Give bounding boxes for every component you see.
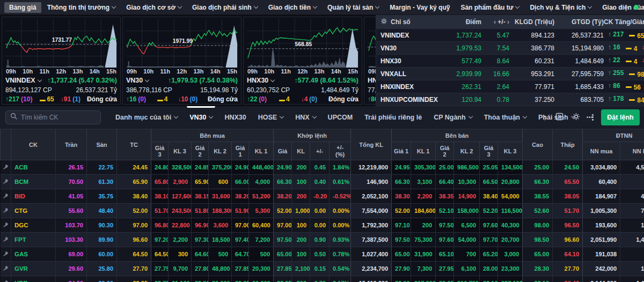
sell-cell-1[interactable]: 97.10 xyxy=(392,218,411,233)
buy-cell-5[interactable]: 24.90 xyxy=(232,160,249,175)
match-cell-4[interactable]: 0.00% xyxy=(330,204,351,218)
match-cell-4[interactable]: 0.61% xyxy=(330,175,351,189)
col-cao[interactable]: Cao xyxy=(523,129,553,160)
sell-cell-6[interactable]: 40,300 xyxy=(498,218,523,233)
sell-cell-4[interactable]: 10,300 xyxy=(454,175,480,189)
sell-cell-3[interactable]: 25.00 xyxy=(436,160,454,175)
pin-icon[interactable] xyxy=(1,204,11,218)
symbol-cell[interactable]: HDB xyxy=(11,276,56,282)
tab-tr-i-phi-u-ri-ng-l-[interactable]: Trái phiếu riêng lẻ xyxy=(358,106,428,129)
match-cell-3[interactable]: -0.20 xyxy=(310,189,330,204)
buy-cell-1[interactable]: 27.75 xyxy=(151,262,169,276)
sell-cell-5[interactable]: 33.10 xyxy=(480,276,498,282)
upload-icon[interactable]: ↑ xyxy=(543,113,547,121)
match-cell-4[interactable]: -0.52% xyxy=(330,189,351,204)
index-name-dropdown[interactable]: VNINDEX xyxy=(5,77,41,84)
match-cell-3[interactable]: 0.50 xyxy=(310,247,330,262)
gear-icon[interactable] xyxy=(380,18,387,26)
sell-cell-6[interactable]: 54,000 xyxy=(498,189,523,204)
buy-cell-6[interactable]: 5,300 xyxy=(249,204,274,218)
buy-cell-4[interactable]: 31,600 xyxy=(209,189,232,204)
match-cell-1[interactable]: 24.90 xyxy=(274,160,292,175)
tab-vn30[interactable]: VN30 xyxy=(184,106,218,129)
sell-cell-2[interactable]: 31,900 xyxy=(411,247,436,262)
buy-cell-2[interactable]: 2,200 xyxy=(169,233,192,247)
sell-cell-4[interactable]: 986,500 xyxy=(454,160,480,175)
col-ck[interactable]: CK xyxy=(11,129,56,160)
sell-cell-3[interactable]: 97.50 xyxy=(436,218,454,233)
col-match-chgpct[interactable]: +/- (%) xyxy=(330,142,351,160)
symbol-cell[interactable]: ACB xyxy=(11,160,56,175)
symbol-cell[interactable]: CTG xyxy=(11,204,56,218)
buy-cell-1[interactable]: 32.75 xyxy=(151,276,169,282)
sell-cell-3[interactable]: 66.40 xyxy=(436,175,454,189)
pin-icon[interactable] xyxy=(1,247,11,262)
buy-cell-6[interactable]: 60,400 xyxy=(249,218,274,233)
col-tc[interactable]: TC xyxy=(117,129,151,160)
col-sell-kl3[interactable]: KL 3 xyxy=(498,142,523,160)
match-cell-3[interactable]: 0.00 xyxy=(310,218,330,233)
sell-cell-2[interactable]: 217,900 xyxy=(411,276,436,282)
symbol-cell[interactable]: BCM xyxy=(11,175,56,189)
col-match-kl[interactable]: KL xyxy=(292,142,310,160)
buy-cell-1[interactable]: 51.70 xyxy=(151,204,169,218)
buy-cell-4[interactable]: 188,300 xyxy=(209,204,232,218)
tab-upcom[interactable]: UPCOM xyxy=(322,106,359,129)
sell-cell-6[interactable]: 3,000 xyxy=(498,247,523,262)
col-nn-ban[interactable]: NN bán xyxy=(620,142,644,160)
sell-cell-2[interactable]: 3,100 xyxy=(411,175,436,189)
sell-cell-3[interactable]: 65.10 xyxy=(436,247,454,262)
index-row-HNXINDEX[interactable]: HNXINDEX262.312.6477.9711,685.433↑ 8656↓… xyxy=(376,80,644,93)
buy-cell-3[interactable]: 24.85 xyxy=(192,160,209,175)
sell-cell-5[interactable]: 65.20 xyxy=(480,247,498,262)
sell-cell-5[interactable]: 97.60 xyxy=(480,218,498,233)
buy-cell-2[interactable]: 243,500 xyxy=(169,204,192,218)
sell-cell-2[interactable]: 305,300 xyxy=(411,160,436,175)
match-cell-2[interactable]: 300 xyxy=(292,276,310,282)
buy-cell-3[interactable]: 65.90 xyxy=(192,175,209,189)
sell-cell-1[interactable]: 97.50 xyxy=(392,233,411,247)
sell-cell-6[interactable]: 134,500 xyxy=(498,160,523,175)
nav-item-9[interactable]: Dịch vụ & Tiện ích xyxy=(525,2,596,13)
buy-cell-1[interactable]: 97.20 xyxy=(151,233,169,247)
search-box[interactable] xyxy=(5,110,101,124)
sell-cell-1[interactable]: 27.90 xyxy=(392,262,411,276)
buy-cell-6[interactable]: 500 xyxy=(249,247,274,262)
col-tong-kl[interactable]: Tổng KL xyxy=(351,129,392,160)
buy-cell-2[interactable]: 2,900 xyxy=(169,175,192,189)
sell-cell-1[interactable]: 24.95 xyxy=(392,160,411,175)
buy-cell-3[interactable]: 38.15 xyxy=(192,189,209,204)
buy-cell-1[interactable]: 38.10 xyxy=(151,189,169,204)
match-cell-2[interactable]: 200 xyxy=(292,189,310,204)
tab-hose[interactable]: HOSE xyxy=(252,106,289,129)
col-buy-kl2[interactable]: KL 2 xyxy=(209,142,232,160)
nav-item-7[interactable]: Margin - Vay ký quỹ xyxy=(385,2,455,13)
sell-cell-5[interactable]: 52.20 xyxy=(480,204,498,218)
sell-cell-6[interactable]: 20,700 xyxy=(498,233,523,247)
symbol-cell[interactable]: GVR xyxy=(11,262,56,276)
index-row-HNX30[interactable]: HNX30577.498.6460.2311,484.649↑ 224↓ 4 xyxy=(376,55,644,68)
sell-cell-1[interactable]: 66.30 xyxy=(392,175,411,189)
match-cell-4[interactable]: 0.93% xyxy=(330,233,351,247)
match-cell-1[interactable]: 97.50 xyxy=(274,233,292,247)
col-match-chg[interactable]: +/- xyxy=(310,142,330,160)
col-sell-kl1[interactable]: KL 1 xyxy=(411,142,436,160)
pin-icon[interactable] xyxy=(1,276,11,282)
pin-icon[interactable] xyxy=(1,233,11,247)
match-cell-4[interactable]: 0.00% xyxy=(330,218,351,233)
buy-cell-5[interactable]: 66.00 xyxy=(232,175,249,189)
match-cell-1[interactable]: 38.20 xyxy=(274,189,292,204)
buy-cell-4[interactable]: 3,600 xyxy=(209,218,232,233)
col-buy-gia1[interactable]: Giá 1 xyxy=(232,142,249,160)
col-tran[interactable]: Trần xyxy=(56,129,87,160)
buy-cell-6[interactable]: 7,200 xyxy=(249,233,274,247)
buy-cell-6[interactable]: 4,000 xyxy=(249,175,274,189)
match-cell-3[interactable]: 0.15 xyxy=(310,262,330,276)
buy-cell-2[interactable]: 9,700 xyxy=(169,262,192,276)
tab-cp-ng-nh[interactable]: CP Ngành xyxy=(428,106,478,129)
prev-arrow-icon[interactable]: ‹ xyxy=(494,18,496,26)
sell-cell-4[interactable]: 14,900 xyxy=(454,189,480,204)
match-cell-2[interactable]: 100 xyxy=(292,247,310,262)
buy-cell-5[interactable]: 97.40 xyxy=(232,233,249,247)
sell-cell-1[interactable]: 38.30 xyxy=(392,189,411,204)
